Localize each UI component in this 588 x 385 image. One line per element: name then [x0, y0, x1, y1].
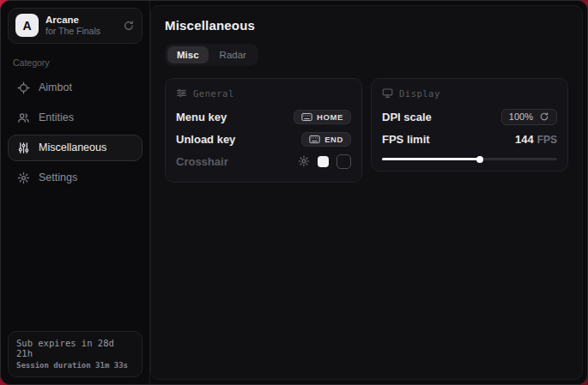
main-panel: Miscellaneous Misc Radar Gene [150, 5, 583, 380]
sidebar-item-entities[interactable]: Entities [8, 105, 142, 131]
fps-limit-row: FPS limit 144FPS [382, 129, 557, 149]
fps-limit-unit: FPS [537, 134, 557, 146]
users-icon [17, 111, 30, 124]
sidebar-item-label: Settings [39, 171, 77, 183]
keyboard-icon [309, 135, 320, 144]
refresh-icon[interactable] [123, 20, 135, 32]
dpi-scale-label: DPI scale [382, 111, 432, 123]
app-header-card: A Arcane for The Finals [8, 8, 142, 44]
card-title: Display [399, 88, 440, 99]
sidebar-item-miscellaneous[interactable]: Miscellaneous [8, 135, 142, 161]
sidebar-item-aimbot[interactable]: Aimbot [8, 75, 142, 101]
crosshair-color-swatch[interactable] [318, 156, 329, 167]
gear-icon[interactable] [298, 155, 310, 167]
keyboard-icon [301, 112, 312, 122]
dpi-scale-value: 100% [509, 111, 533, 122]
dpi-scale-control[interactable]: 100% [501, 109, 557, 125]
refresh-icon [539, 111, 549, 122]
keybind-value: HOME [317, 112, 343, 122]
sidebar: A Arcane for The Finals Category [1, 1, 150, 384]
tab-misc[interactable]: Misc [167, 46, 209, 63]
sidebar-item-label: Miscellaneous [39, 141, 106, 153]
tab-list: Misc Radar [165, 44, 258, 66]
card-title: General [193, 88, 234, 99]
keybind-value: END [324, 135, 343, 144]
slider-thumb[interactable] [476, 156, 483, 163]
sliders-icon [17, 141, 30, 154]
fps-limit-slider[interactable] [382, 158, 557, 160]
slider-fill [382, 158, 480, 160]
session-duration-text: Session duration 31m 33s [16, 361, 134, 370]
fps-limit-label: FPS limit [382, 133, 430, 146]
unload-key-row: Unload key END [176, 129, 351, 149]
display-card: Display DPI scale 100% [371, 78, 568, 171]
app-window: A Arcane for The Finals Category [0, 0, 588, 385]
crosshair-checkbox[interactable] [336, 154, 351, 169]
unload-keybind-button[interactable]: END [301, 132, 351, 147]
tab-radar[interactable]: Radar [210, 46, 256, 63]
gear-icon [17, 171, 30, 184]
sliders-icon [176, 87, 187, 99]
app-name: Arcane [45, 14, 116, 26]
menu-key-row: Menu key HOME [176, 106, 351, 127]
sidebar-item-settings[interactable]: Settings [8, 165, 142, 191]
menu-key-label: Menu key [176, 111, 227, 123]
category-label: Category [13, 57, 137, 68]
sidebar-item-label: Aimbot [39, 81, 72, 93]
app-logo: A [15, 14, 39, 37]
sub-expiry-text: Sub expires in 28d 21h [16, 338, 134, 358]
dpi-scale-row: DPI scale 100% [382, 106, 557, 127]
general-card: General Menu key HOME [165, 78, 362, 183]
monitor-icon [382, 87, 393, 99]
sidebar-item-label: Entities [39, 111, 74, 123]
sidebar-nav: Aimbot Entities [8, 75, 142, 191]
crosshair-row: Crosshair [176, 151, 351, 171]
menu-keybind-button[interactable]: HOME [294, 110, 351, 124]
crosshair-icon [17, 81, 30, 94]
unload-key-label: Unload key [176, 133, 235, 146]
page-title: Miscellaneous [165, 18, 568, 33]
app-subtitle: for The Finals [45, 26, 116, 37]
desktop-background: A Arcane for The Finals Category [0, 0, 588, 385]
fps-limit-value: 144 [515, 133, 534, 146]
subscription-info-card: Sub expires in 28d 21h Session duration … [8, 331, 142, 377]
crosshair-label: Crosshair [176, 155, 228, 168]
